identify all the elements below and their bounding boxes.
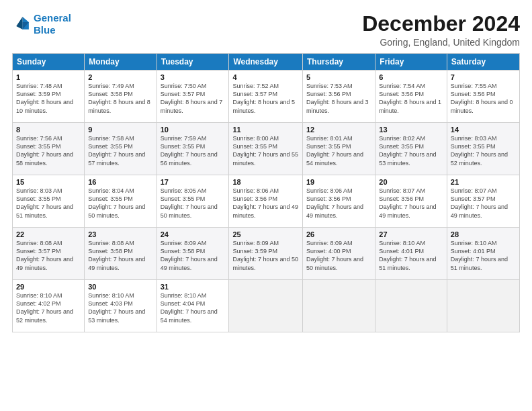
day-info: Sunrise: 8:07 AMSunset: 3:57 PMDaylight:… <box>451 187 516 220</box>
day-number: 26 <box>306 230 371 238</box>
day-info: Sunrise: 8:10 AMSunset: 4:01 PMDaylight:… <box>451 239 516 272</box>
day-info: Sunrise: 8:04 AMSunset: 3:55 PMDaylight:… <box>88 187 152 220</box>
col-wednesday: Wednesday <box>229 54 303 71</box>
day-number: 12 <box>306 126 371 134</box>
day-number: 25 <box>232 230 299 238</box>
calendar-week-row-2: 8Sunrise: 7:56 AMSunset: 3:55 PMDaylight… <box>13 123 520 175</box>
day-info: Sunrise: 8:09 AMSunset: 3:58 PMDaylight:… <box>161 239 226 272</box>
day-number: 4 <box>232 73 299 81</box>
day-number: 18 <box>232 178 299 186</box>
day-info: Sunrise: 8:10 AMSunset: 4:01 PMDaylight:… <box>379 239 443 272</box>
day-info: Sunrise: 8:00 AMSunset: 3:55 PMDaylight:… <box>232 134 299 167</box>
calendar-cell: 18Sunrise: 8:06 AMSunset: 3:56 PMDayligh… <box>229 175 303 228</box>
day-number: 30 <box>88 283 152 291</box>
calendar-cell <box>375 280 447 332</box>
day-number: 15 <box>16 178 81 186</box>
day-info: Sunrise: 7:59 AMSunset: 3:55 PMDaylight:… <box>161 134 226 167</box>
day-info: Sunrise: 8:08 AMSunset: 3:58 PMDaylight:… <box>88 239 152 272</box>
day-number: 14 <box>451 126 516 134</box>
col-tuesday: Tuesday <box>157 54 229 71</box>
calendar-header-row: Sunday Monday Tuesday Wednesday Thursday… <box>13 54 520 71</box>
subtitle: Goring, England, United Kingdom <box>362 37 520 48</box>
day-info: Sunrise: 8:09 AMSunset: 3:59 PMDaylight:… <box>232 239 299 272</box>
calendar-cell: 19Sunrise: 8:06 AMSunset: 3:56 PMDayligh… <box>303 175 375 228</box>
calendar-cell: 31Sunrise: 8:10 AMSunset: 4:04 PMDayligh… <box>157 280 229 332</box>
calendar-cell: 3Sunrise: 7:50 AMSunset: 3:57 PMDaylight… <box>157 71 229 123</box>
col-sunday: Sunday <box>13 54 85 71</box>
day-number: 17 <box>161 178 226 186</box>
day-info: Sunrise: 8:09 AMSunset: 4:00 PMDaylight:… <box>306 239 371 272</box>
calendar-cell: 11Sunrise: 8:00 AMSunset: 3:55 PMDayligh… <box>229 123 303 175</box>
calendar-week-row-1: 1Sunrise: 7:48 AMSunset: 3:59 PMDaylight… <box>13 71 520 123</box>
calendar-table: Sunday Monday Tuesday Wednesday Thursday… <box>12 53 520 332</box>
day-number: 13 <box>379 126 443 134</box>
calendar-cell: 14Sunrise: 8:03 AMSunset: 3:55 PMDayligh… <box>447 123 519 175</box>
col-saturday: Saturday <box>447 54 519 71</box>
day-number: 2 <box>88 73 152 81</box>
day-info: Sunrise: 7:48 AMSunset: 3:59 PMDaylight:… <box>16 82 81 115</box>
day-number: 19 <box>306 178 371 186</box>
calendar-cell: 8Sunrise: 7:56 AMSunset: 3:55 PMDaylight… <box>13 123 85 175</box>
svg-marker-1 <box>16 17 22 30</box>
day-info: Sunrise: 8:10 AMSunset: 4:02 PMDaylight:… <box>16 291 81 324</box>
day-info: Sunrise: 8:10 AMSunset: 4:04 PMDaylight:… <box>161 291 226 324</box>
calendar-cell: 5Sunrise: 7:53 AMSunset: 3:56 PMDaylight… <box>303 71 375 123</box>
day-number: 22 <box>16 230 81 238</box>
day-number: 9 <box>88 126 152 134</box>
calendar-cell: 4Sunrise: 7:52 AMSunset: 3:57 PMDaylight… <box>229 71 303 123</box>
calendar-cell <box>303 280 375 332</box>
calendar-cell: 16Sunrise: 8:04 AMSunset: 3:55 PMDayligh… <box>85 175 157 228</box>
day-number: 23 <box>88 230 152 238</box>
calendar-cell: 30Sunrise: 8:10 AMSunset: 4:03 PMDayligh… <box>85 280 157 332</box>
day-info: Sunrise: 7:49 AMSunset: 3:58 PMDaylight:… <box>88 82 152 115</box>
day-info: Sunrise: 7:58 AMSunset: 3:55 PMDaylight:… <box>88 134 152 167</box>
day-info: Sunrise: 7:56 AMSunset: 3:55 PMDaylight:… <box>16 134 81 167</box>
day-number: 3 <box>161 73 226 81</box>
header: General Blue December 2024 Goring, Engla… <box>12 12 520 48</box>
day-info: Sunrise: 7:55 AMSunset: 3:56 PMDaylight:… <box>451 82 516 115</box>
day-number: 7 <box>451 73 516 81</box>
day-info: Sunrise: 8:05 AMSunset: 3:55 PMDaylight:… <box>161 187 226 220</box>
day-number: 21 <box>451 178 516 186</box>
day-number: 20 <box>379 178 443 186</box>
day-number: 8 <box>16 126 81 134</box>
logo-text: General Blue <box>34 12 71 36</box>
day-number: 29 <box>16 283 81 291</box>
day-number: 6 <box>379 73 443 81</box>
calendar-cell: 2Sunrise: 7:49 AMSunset: 3:58 PMDaylight… <box>85 71 157 123</box>
calendar-cell: 22Sunrise: 8:08 AMSunset: 3:57 PMDayligh… <box>13 228 85 280</box>
calendar-week-row-5: 29Sunrise: 8:10 AMSunset: 4:02 PMDayligh… <box>13 280 520 332</box>
logo-icon <box>12 15 31 34</box>
main-title: December 2024 <box>362 12 520 36</box>
calendar-cell: 17Sunrise: 8:05 AMSunset: 3:55 PMDayligh… <box>157 175 229 228</box>
calendar-cell: 15Sunrise: 8:03 AMSunset: 3:55 PMDayligh… <box>13 175 85 228</box>
calendar-cell: 23Sunrise: 8:08 AMSunset: 3:58 PMDayligh… <box>85 228 157 280</box>
calendar-cell <box>229 280 303 332</box>
day-number: 1 <box>16 73 81 81</box>
day-number: 16 <box>88 178 152 186</box>
col-monday: Monday <box>85 54 157 71</box>
calendar-cell: 9Sunrise: 7:58 AMSunset: 3:55 PMDaylight… <box>85 123 157 175</box>
day-number: 27 <box>379 230 443 238</box>
calendar-cell: 13Sunrise: 8:02 AMSunset: 3:55 PMDayligh… <box>375 123 447 175</box>
day-number: 24 <box>161 230 226 238</box>
calendar-cell: 10Sunrise: 7:59 AMSunset: 3:55 PMDayligh… <box>157 123 229 175</box>
day-info: Sunrise: 7:54 AMSunset: 3:56 PMDaylight:… <box>379 82 443 115</box>
day-info: Sunrise: 7:53 AMSunset: 3:56 PMDaylight:… <box>306 82 371 115</box>
day-info: Sunrise: 8:06 AMSunset: 3:56 PMDaylight:… <box>232 187 299 220</box>
calendar-cell: 6Sunrise: 7:54 AMSunset: 3:56 PMDaylight… <box>375 71 447 123</box>
day-info: Sunrise: 8:01 AMSunset: 3:55 PMDaylight:… <box>306 134 371 167</box>
day-info: Sunrise: 8:08 AMSunset: 3:57 PMDaylight:… <box>16 239 81 272</box>
day-info: Sunrise: 8:10 AMSunset: 4:03 PMDaylight:… <box>88 291 152 324</box>
calendar-cell: 27Sunrise: 8:10 AMSunset: 4:01 PMDayligh… <box>375 228 447 280</box>
calendar-cell: 26Sunrise: 8:09 AMSunset: 4:00 PMDayligh… <box>303 228 375 280</box>
calendar-cell: 21Sunrise: 8:07 AMSunset: 3:57 PMDayligh… <box>447 175 519 228</box>
calendar-cell: 29Sunrise: 8:10 AMSunset: 4:02 PMDayligh… <box>13 280 85 332</box>
calendar-cell: 7Sunrise: 7:55 AMSunset: 3:56 PMDaylight… <box>447 71 519 123</box>
calendar-cell <box>447 280 519 332</box>
title-section: December 2024 Goring, England, United Ki… <box>362 12 520 48</box>
col-friday: Friday <box>375 54 447 71</box>
calendar-cell: 24Sunrise: 8:09 AMSunset: 3:58 PMDayligh… <box>157 228 229 280</box>
day-number: 11 <box>232 126 299 134</box>
calendar-cell: 12Sunrise: 8:01 AMSunset: 3:55 PMDayligh… <box>303 123 375 175</box>
